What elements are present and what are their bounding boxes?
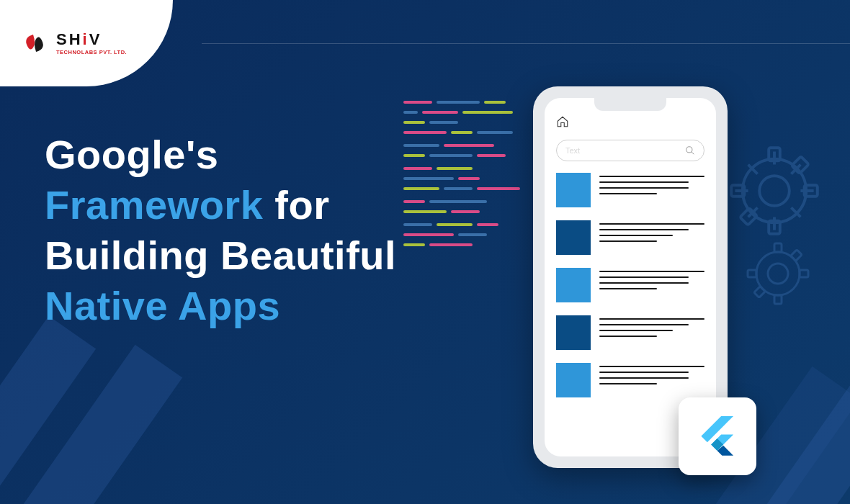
list-text [599,315,704,337]
svg-rect-15 [754,287,766,298]
phone-notch [594,98,666,111]
brand-name: SHiV [56,32,127,48]
home-icon [556,115,704,131]
brand-logo-mark [20,29,49,58]
svg-point-1 [743,159,806,222]
page-title: Google's Framework for Building Beautifu… [45,130,396,331]
headline-line-2: Framework for [45,180,396,230]
svg-rect-12 [748,270,756,277]
search-placeholder: Text [565,146,580,155]
list-item [556,363,704,397]
search-icon [685,145,695,156]
list-item [556,173,704,207]
svg-rect-14 [791,250,802,261]
list-item [556,220,704,255]
list-tile [556,268,591,302]
list-text [599,220,704,242]
svg-point-0 [759,176,789,206]
list-tile [556,363,591,397]
svg-point-8 [768,264,788,284]
headline-line-1: Google's [45,130,396,180]
gear-icon [742,238,814,312]
list-tile [556,315,591,350]
list-text [599,363,704,384]
divider [202,43,850,44]
search-input: Text [556,140,704,161]
list-tile [556,220,591,255]
list-text [599,268,704,289]
gear-icon [728,144,821,240]
svg-rect-11 [774,295,782,304]
flutter-logo-badge [679,397,756,475]
list-tile [556,173,591,207]
svg-rect-10 [774,243,782,252]
headline-line-3: Building Beautiful [45,230,396,281]
flutter-logo-icon [697,416,738,456]
phone-mockup: Text [533,86,728,468]
brand-logo: SHiV TECHNOLABS PVT. LTD. [0,0,173,86]
code-decoration [403,101,520,253]
svg-point-16 [686,147,692,153]
list-item [556,315,704,350]
headline-line-4: Native Apps [45,281,396,331]
brand-tagline: TECHNOLABS PVT. LTD. [56,49,127,55]
list-item [556,268,704,302]
list-text [599,173,704,194]
svg-rect-13 [800,270,808,277]
